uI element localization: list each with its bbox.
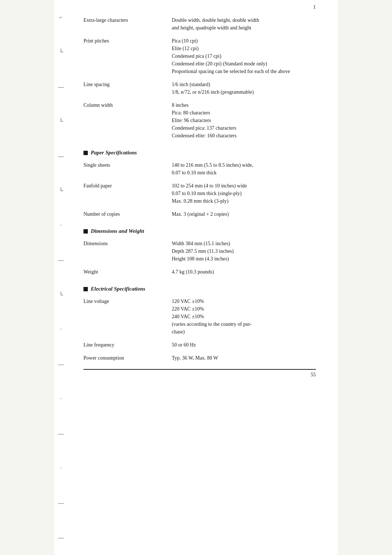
spec-label: Column width [83, 100, 172, 143]
spec-row: Power consumptionTyp. 36 W, Max. 80 W [83, 352, 316, 365]
spec-value: 8 inchesPica: 80 charactersElite: 96 cha… [172, 100, 316, 143]
side-mark-11: — [58, 361, 64, 367]
page: 1 ⌐ └ — └ — └ · — └ · — · — · — — Extra-… [54, 0, 338, 555]
section-heading-2: Electrical Specifications [83, 286, 316, 292]
side-mark-4: └ [59, 118, 63, 124]
side-mark-5: — [58, 153, 64, 159]
spec-value: 50 or 60 Hz [172, 339, 316, 352]
side-mark-6: └ [59, 188, 63, 194]
spec-value: Typ. 36 W, Max. 80 W [172, 352, 316, 365]
spec-label: Dimensions [83, 238, 172, 266]
spec-row: Weight4.7 kg (10.3 pounds) [83, 266, 316, 279]
spec-label: Single sheets [83, 159, 172, 180]
spec-row: Line frequency50 or 60 Hz [83, 339, 316, 352]
spec-row: Print pitchesPica (10 cpi)Elite (12 cpi)… [83, 35, 316, 79]
spec-value: Double width, double height, double widt… [172, 15, 316, 35]
side-mark-12: · [60, 396, 62, 402]
section-icon [83, 287, 88, 291]
side-marks: ⌐ └ — └ — └ · — └ · — · — · — — [58, 0, 64, 555]
spec-value: 140 to 216 mm (5.5 to 8.5 inches) wide,0… [172, 159, 316, 180]
section-heading-text: Dimensions and Weight [91, 228, 144, 234]
side-mark-16: — [58, 535, 64, 540]
section-table-0: Single sheets140 to 216 mm (5.5 to 8.5 i… [83, 159, 316, 222]
side-mark-9: └ [59, 292, 63, 298]
spec-value: Max. 3 (original + 2 copies) [172, 208, 316, 222]
spec-row: Extra-large charactersDouble width, doub… [83, 15, 316, 35]
section-heading-1: Dimensions and Weight [83, 228, 316, 234]
spec-label: Line voltage [83, 296, 172, 339]
section-heading-0: Paper Specifications [83, 150, 316, 156]
spec-row: Column width8 inchesPica: 80 charactersE… [83, 100, 316, 143]
spec-value: 4.7 kg (10.3 pounds) [172, 266, 316, 279]
spec-value: 1/6 inch (standard)1/8, n/72, or n/216 i… [172, 79, 316, 100]
spec-label: Number of copies [83, 208, 172, 222]
intro-spec-table: Extra-large charactersDouble width, doub… [83, 15, 316, 143]
spec-row: Fanfold paper102 to 254 mm (4 to 10 inch… [83, 180, 316, 208]
section-heading-text: Electrical Specifications [91, 286, 145, 292]
spec-label: Extra-large characters [83, 15, 172, 35]
section-heading-text: Paper Specifications [91, 150, 137, 156]
spec-value: Width 384 mm (15.1 inches)Depth 287.5 mm… [172, 238, 316, 266]
side-mark-10: · [60, 327, 62, 332]
spec-label: Fanfold paper [83, 180, 172, 208]
spec-label: Line spacing [83, 79, 172, 100]
section-table-1: DimensionsWidth 384 mm (15.1 inches)Dept… [83, 238, 316, 279]
page-number-top: 1 [313, 4, 316, 10]
spec-row: Line spacing1/6 inch (standard)1/8, n/72… [83, 79, 316, 100]
section-icon [83, 229, 88, 234]
side-mark-7: · [60, 223, 62, 228]
side-mark-3: — [58, 84, 64, 90]
spec-value: 120 VAC ±10%220 VAC ±10%240 VAC ±10%(var… [172, 296, 316, 339]
side-mark-1: ⌐ [59, 15, 62, 20]
spec-row: DimensionsWidth 384 mm (15.1 inches)Dept… [83, 238, 316, 266]
side-mark-15: — [58, 500, 64, 506]
side-mark-13: — [58, 431, 64, 437]
spec-label: Print pitches [83, 35, 172, 79]
spec-row: Line voltage120 VAC ±10%220 VAC ±10%240 … [83, 296, 316, 339]
side-mark-14: · [60, 465, 62, 471]
section-table-2: Line voltage120 VAC ±10%220 VAC ±10%240 … [83, 296, 316, 365]
spec-value: 102 to 254 mm (4 to 10 inches) wide0.07 … [172, 180, 316, 208]
side-mark-8: — [58, 257, 64, 263]
spec-label: Power consumption [83, 352, 172, 365]
side-mark-2: └ [59, 49, 63, 55]
spec-label: Weight [83, 266, 172, 279]
spec-row: Number of copiesMax. 3 (original + 2 cop… [83, 208, 316, 222]
bottom-rule [83, 369, 316, 370]
section-icon [83, 151, 88, 155]
spec-label: Line frequency [83, 339, 172, 352]
page-number-bottom: 55 [83, 372, 316, 378]
spec-value: Pica (10 cpi)Elite (12 cpi)Condensed pic… [172, 35, 316, 79]
spec-row: Single sheets140 to 216 mm (5.5 to 8.5 i… [83, 159, 316, 180]
